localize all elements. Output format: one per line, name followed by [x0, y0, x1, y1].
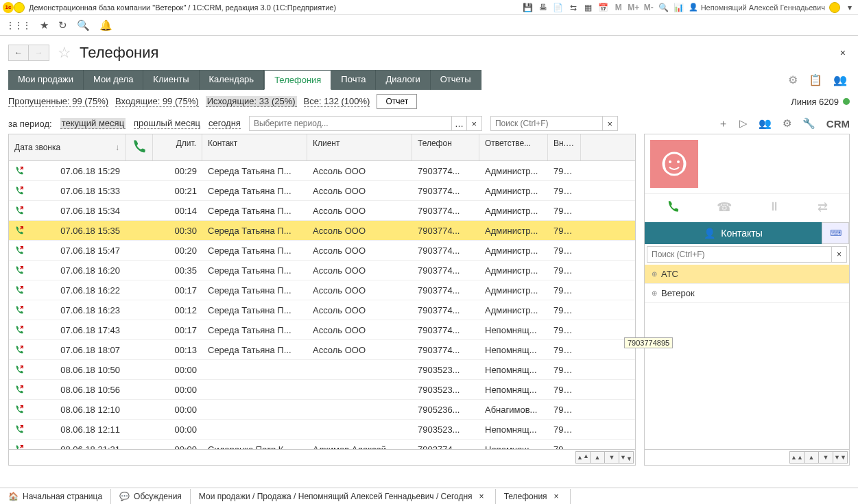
- table-row[interactable]: 07.06.18 16:2000:35Середа Татьяна П...Ас…: [9, 261, 635, 280]
- table-row[interactable]: 07.06.18 17:4300:17Середа Татьяна П...Ас…: [9, 320, 635, 340]
- back-button[interactable]: ←: [8, 45, 29, 61]
- print-icon[interactable]: 🖶: [538, 2, 549, 13]
- tab-Отчеты[interactable]: Отчеты: [431, 70, 481, 90]
- period-input[interactable]: [249, 116, 452, 131]
- add-icon[interactable]: ＋: [718, 117, 728, 130]
- nav-up[interactable]: ▲: [590, 451, 605, 464]
- hold-button[interactable]: ⏸: [768, 200, 780, 217]
- nav-first[interactable]: ▲▲: [575, 451, 591, 464]
- table-row[interactable]: 08.06.18 10:5000:007903523...Непомнящ...…: [9, 360, 635, 380]
- keypad-tab[interactable]: ⌨: [822, 222, 849, 244]
- all-link[interactable]: Все: 132 (100%): [304, 96, 370, 107]
- user-menu[interactable]: 👤 Непомнящий Алексей Геннадьевич: [689, 3, 825, 12]
- col-contact[interactable]: Контакт: [202, 134, 307, 160]
- group-icon[interactable]: 👥: [833, 73, 847, 86]
- side-nav-down[interactable]: ▼: [818, 451, 833, 464]
- gear-icon[interactable]: ⚙: [783, 117, 791, 130]
- compare-icon[interactable]: ⇆: [568, 2, 579, 13]
- side-search-input[interactable]: [647, 247, 831, 262]
- save-icon[interactable]: 💾: [523, 2, 534, 13]
- dropdown-icon[interactable]: ▾: [844, 2, 855, 13]
- table-row[interactable]: 07.06.18 16:2300:12Середа Татьяна П...Ас…: [9, 300, 635, 320]
- info-icon[interactable]: [829, 2, 840, 13]
- tab-Почта[interactable]: Почта: [331, 70, 376, 90]
- favorite-star-icon[interactable]: ☆: [58, 44, 71, 62]
- col-date[interactable]: Дата звонка↓: [9, 134, 126, 160]
- incoming-link[interactable]: Входящие: 99 (75%): [115, 96, 199, 107]
- missed-link[interactable]: Пропущенные: 99 (75%): [8, 96, 108, 107]
- search-input[interactable]: [490, 116, 603, 131]
- table-row[interactable]: 08.06.18 12:1000:007905236...Абнагимов..…: [9, 400, 635, 420]
- side-nav-last[interactable]: ▼▼: [833, 451, 848, 464]
- col-internal[interactable]: Вн. ...: [548, 134, 581, 160]
- col-duration[interactable]: Длит.: [153, 134, 202, 160]
- tree-item[interactable]: ⊕Ветерок: [645, 284, 849, 303]
- tab-Календарь[interactable]: Календарь: [200, 70, 265, 90]
- search-clear-button[interactable]: ×: [603, 116, 618, 131]
- period-today[interactable]: сегодня: [208, 118, 241, 129]
- report-button[interactable]: Отчет: [377, 94, 417, 109]
- history-icon[interactable]: ↻: [58, 19, 67, 32]
- m-icon[interactable]: M: [613, 2, 624, 13]
- table-row[interactable]: 07.06.18 15:3500:30Середа Татьяна П...Ас…: [9, 221, 635, 241]
- period-more-button[interactable]: …: [452, 116, 467, 131]
- col-phone[interactable]: Телефон: [412, 134, 479, 160]
- expand-icon[interactable]: ⊕: [652, 289, 657, 297]
- forward-button[interactable]: →: [29, 45, 49, 61]
- clipboard-icon[interactable]: 📋: [809, 73, 822, 86]
- tab-Телефония[interactable]: Телефония: [264, 70, 331, 90]
- hangup-button[interactable]: ☎: [717, 200, 732, 217]
- table-row[interactable]: 07.06.18 18:0700:13Середа Татьяна П...Ас…: [9, 340, 635, 360]
- side-nav-up[interactable]: ▲: [804, 451, 819, 464]
- search-icon[interactable]: 🔍: [77, 19, 90, 32]
- table-row[interactable]: 08.06.18 21:2100:00Сидоренко Петр К...Ал…: [9, 440, 635, 449]
- zoom-icon[interactable]: 🔍: [658, 2, 669, 13]
- side-nav-first[interactable]: ▲▲: [789, 451, 805, 464]
- tab-Мои дела[interactable]: Мои дела: [84, 70, 143, 90]
- col-client[interactable]: Клиент: [307, 134, 412, 160]
- tab-Мои продажи[interactable]: Мои продажи: [8, 70, 84, 90]
- settings-icon[interactable]: ⚙: [788, 73, 798, 86]
- period-clear-button[interactable]: ×: [467, 116, 482, 131]
- users-icon[interactable]: 👥: [759, 117, 772, 130]
- col-direction[interactable]: [126, 134, 153, 160]
- col-responsible[interactable]: Ответстве...: [479, 134, 548, 160]
- apps-icon[interactable]: ⋮⋮⋮: [5, 20, 30, 31]
- table-row[interactable]: 07.06.18 15:3400:14Середа Татьяна П...Ас…: [9, 201, 635, 221]
- stats-icon[interactable]: 📊: [674, 2, 684, 13]
- bell-icon[interactable]: 🔔: [99, 19, 112, 32]
- tree-item[interactable]: ⊕АТС: [645, 265, 849, 284]
- table-row[interactable]: 07.06.18 15:2900:29Середа Татьяна П...Ас…: [9, 161, 635, 181]
- expand-icon[interactable]: ⊕: [652, 270, 657, 278]
- outgoing-link[interactable]: Исходящие: 33 (25%): [206, 96, 297, 107]
- transfer-button[interactable]: ⇄: [818, 200, 828, 217]
- nav-down[interactable]: ▼: [604, 451, 619, 464]
- call-button[interactable]: [666, 200, 680, 217]
- m-minus-icon[interactable]: M-: [643, 2, 654, 13]
- cell-date: 07.06.18 16:23: [9, 302, 126, 319]
- play-icon[interactable]: ▷: [739, 117, 748, 130]
- table-row[interactable]: 07.06.18 15:3300:21Середа Татьяна П...Ас…: [9, 181, 635, 201]
- doc-icon[interactable]: 📄: [553, 2, 564, 13]
- grid-icon[interactable]: ▦: [583, 2, 594, 13]
- tab-Диалоги[interactable]: Диалоги: [376, 70, 430, 90]
- table-row[interactable]: 07.06.18 15:4700:20Середа Татьяна П...Ас…: [9, 241, 635, 261]
- close-page-button[interactable]: ×: [840, 47, 850, 58]
- cell-dir: [126, 406, 153, 413]
- contacts-tab[interactable]: 👤 Контакты: [645, 222, 822, 244]
- wrench-icon[interactable]: 🔧: [802, 117, 815, 130]
- period-prev[interactable]: прошлый месяц: [134, 118, 200, 129]
- table-row[interactable]: 07.06.18 16:2200:17Середа Татьяна П...Ас…: [9, 280, 635, 300]
- calendar-icon[interactable]: 📅: [598, 2, 609, 13]
- table-row[interactable]: 08.06.18 10:5600:007903523...Непомнящ...…: [9, 380, 635, 400]
- star-icon[interactable]: ★: [40, 19, 49, 32]
- side-search-clear[interactable]: ×: [831, 247, 846, 262]
- period-current[interactable]: текущий месяц: [60, 118, 126, 129]
- tab-Клиенты[interactable]: Клиенты: [143, 70, 199, 90]
- m-plus-icon[interactable]: M+: [628, 2, 639, 13]
- table-row[interactable]: 08.06.18 12:1100:007903523...Непомнящ...…: [9, 420, 635, 440]
- nav-last[interactable]: ▼▼: [619, 451, 634, 464]
- cell-client: Алхимов Алексей ...: [307, 441, 412, 450]
- app-menu-icon[interactable]: [14, 2, 25, 13]
- crm-link[interactable]: CRM: [826, 118, 850, 130]
